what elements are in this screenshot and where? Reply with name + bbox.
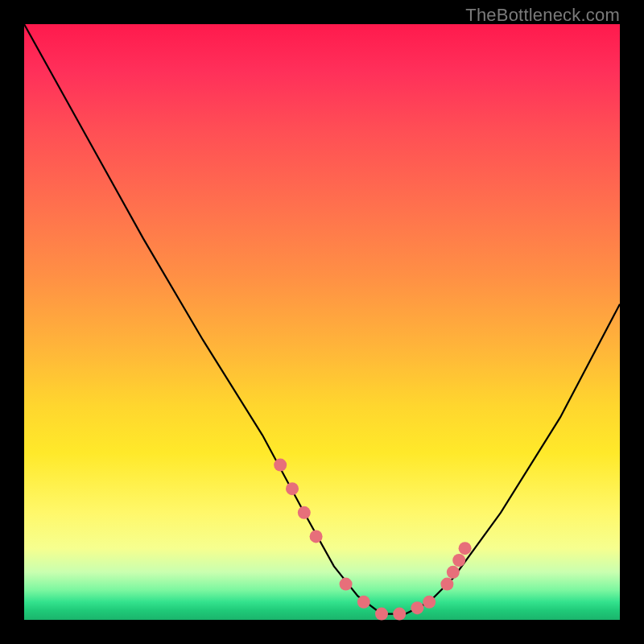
chart-frame: TheBottleneck.com [0,0,644,644]
highlight-dot [423,596,436,609]
highlight-dot [340,578,353,591]
highlight-dot [310,530,323,543]
highlight-dot [452,554,465,567]
attribution-text: TheBottleneck.com [465,5,620,26]
highlight-dot [286,482,299,495]
highlight-dots [274,459,471,621]
bottleneck-curve [24,24,620,614]
highlight-dot [274,459,287,472]
highlight-dot [375,608,388,621]
highlight-dot [459,542,472,555]
curve-layer [24,24,620,620]
highlight-dot [298,506,311,519]
highlight-dot [357,596,370,609]
highlight-dot [447,566,460,579]
highlight-dot [411,601,423,614]
highlight-dot [393,608,406,621]
highlight-dot [440,578,453,591]
plot-area [24,24,620,620]
